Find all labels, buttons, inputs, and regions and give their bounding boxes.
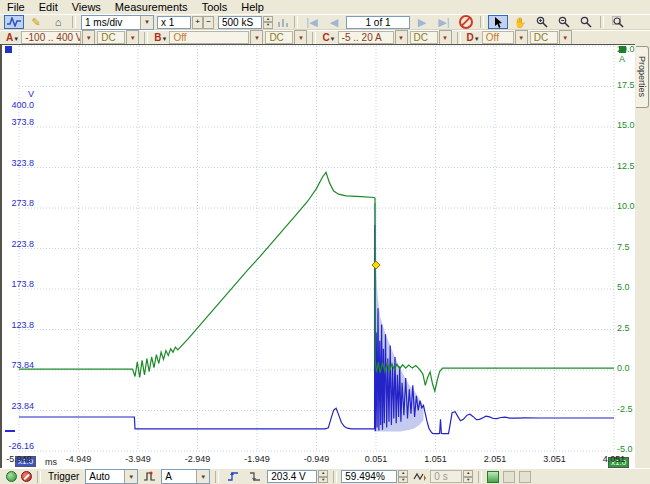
acquire-stop-button[interactable] xyxy=(21,471,32,482)
waveform-icon xyxy=(7,17,21,27)
last-frame-button[interactable]: ▶| xyxy=(434,15,454,29)
chevron-down-icon[interactable]: ▼ xyxy=(82,30,95,45)
chevron-down-icon[interactable]: ▼ xyxy=(294,30,307,45)
pointer-tool-button[interactable] xyxy=(488,15,508,29)
trigger-mode-value: Auto xyxy=(86,471,124,482)
channel-a-corner-marker xyxy=(5,46,12,53)
left-axis-tick: 323.8 xyxy=(2,158,34,168)
hand-icon: ✋ xyxy=(514,17,526,28)
right-axis-tick: 17.5 xyxy=(617,80,635,90)
trigger-settings-icon[interactable] xyxy=(143,471,156,482)
separator xyxy=(294,16,298,28)
trigger-mode-select[interactable]: Auto ▼ xyxy=(85,469,138,484)
menu-item-file[interactable]: File xyxy=(0,1,32,14)
scope-display-button[interactable] xyxy=(4,15,24,29)
channel-c-label[interactable]: C▼ xyxy=(322,32,335,43)
x-axis-tick: 1.051 xyxy=(416,454,456,464)
falling-edge-icon xyxy=(249,471,261,482)
menu-item-edit[interactable]: Edit xyxy=(32,1,65,14)
pan-tool-button[interactable]: ✋ xyxy=(510,15,530,29)
notes-button[interactable]: ✎ xyxy=(26,15,46,29)
channel-a-range-select[interactable]: -100 .. 400 V xyxy=(21,31,81,44)
chevron-down-icon[interactable]: ▼ xyxy=(395,30,408,45)
x-axis-tick: -0.949 xyxy=(297,454,337,464)
trigger-level-field[interactable]: 203.4 V xyxy=(267,470,317,483)
falling-edge-button[interactable] xyxy=(245,470,265,484)
samples-field[interactable]: 500 kS xyxy=(218,16,262,29)
samples-spinner[interactable]: ▲▼ xyxy=(263,16,273,29)
trigger-level-spinner[interactable]: ▲▼ xyxy=(318,470,328,483)
chevron-down-icon[interactable]: ▼ xyxy=(439,30,452,45)
zoom-reset-tool-button[interactable] xyxy=(576,15,596,29)
chevron-down-icon[interactable]: ▼ xyxy=(124,470,137,483)
acquire-start-button[interactable] xyxy=(6,471,17,482)
zoom-out-step-button[interactable]: − xyxy=(203,16,214,29)
time-per-div-select[interactable]: 1 ms/div ▼ xyxy=(81,15,154,30)
scope-plot[interactable] xyxy=(2,45,635,468)
abort-button[interactable] xyxy=(456,15,476,29)
x-axis-tick: -5.949 xyxy=(0,454,39,464)
zoom-out-tool-button[interactable] xyxy=(554,15,574,29)
separator xyxy=(457,32,461,44)
separator xyxy=(215,471,219,483)
trigger-source-select[interactable]: A ▼ xyxy=(161,469,210,484)
trigger-position-field[interactable]: 59.494% xyxy=(341,470,397,483)
next-frame-button[interactable]: ▶ xyxy=(412,15,432,29)
separator xyxy=(144,32,148,44)
channel-b-coupling-select[interactable]: DC xyxy=(265,31,293,44)
chevron-down-icon[interactable]: ▼ xyxy=(559,30,572,45)
side-strip: Properties xyxy=(635,44,650,468)
rising-edge-button[interactable] xyxy=(223,470,243,484)
chevron-down-icon[interactable]: ▼ xyxy=(250,30,263,45)
menu-item-tools[interactable]: Tools xyxy=(195,1,235,14)
trigger-delay-field: 0 s xyxy=(430,470,462,483)
horizontal-zoom-field[interactable]: x 1 xyxy=(157,16,191,29)
channel-c-coupling-select[interactable]: DC xyxy=(410,31,438,44)
channel-a-coupling-select[interactable]: DC xyxy=(97,31,125,44)
left-axis-tick: 173.8 xyxy=(2,279,34,289)
first-frame-button[interactable]: |◀ xyxy=(302,15,322,29)
magnifier-minus-icon xyxy=(558,16,570,28)
separator xyxy=(37,471,41,483)
channel-b-range-select[interactable]: Off xyxy=(169,31,249,44)
chevron-down-icon[interactable]: ▼ xyxy=(140,16,153,29)
channel-a-zero-marker[interactable] xyxy=(5,430,15,432)
x-axis-tick: -4.949 xyxy=(59,454,99,464)
chevron-down-icon[interactable]: ▼ xyxy=(515,30,528,45)
left-axis-max-label: 400.0 xyxy=(2,100,34,110)
menu-item-help[interactable]: Help xyxy=(234,1,271,14)
trigger-position-spinner[interactable]: ▲▼ xyxy=(398,470,408,483)
auto-level-icon[interactable] xyxy=(413,471,426,482)
zoom-window-tool-button[interactable] xyxy=(608,15,628,29)
menu-item-views[interactable]: Views xyxy=(65,1,108,14)
zoom-in-tool-button[interactable] xyxy=(532,15,552,29)
channel-b-label[interactable]: B▼ xyxy=(154,32,167,43)
channel-d-range-select[interactable]: Off xyxy=(482,31,514,44)
chevron-down-icon[interactable]: ▼ xyxy=(126,30,139,45)
home-button[interactable]: ⌂ xyxy=(48,15,68,29)
save-frame-button[interactable] xyxy=(487,471,499,483)
chevron-down-icon[interactable]: ▼ xyxy=(196,470,209,483)
app-window: FileEditViewsMeasurementsToolsHelp ✎ ⌂ 1… xyxy=(0,0,650,484)
frame-counter-field[interactable]: 1 of 1 xyxy=(346,16,410,29)
left-axis-unit: V xyxy=(2,89,34,99)
graph-panel: V 400.0 A x1.0 ms x1.0 373.8323.8273.822… xyxy=(2,45,635,468)
menu-item-measurements[interactable]: Measurements xyxy=(108,1,195,14)
pencil-icon: ✎ xyxy=(31,17,40,28)
magnifier-plus-icon xyxy=(536,16,548,28)
trigger-marker-icon[interactable] xyxy=(372,261,380,269)
right-axis-tick: 2.5 xyxy=(617,323,630,333)
right-axis-tick: 5.0 xyxy=(617,282,630,292)
zoom-in-step-button[interactable]: + xyxy=(192,16,203,29)
left-axis-tick: 223.8 xyxy=(2,239,34,249)
channel-d-label[interactable]: D▼ xyxy=(467,32,480,43)
separator xyxy=(72,16,76,28)
channel-a-label[interactable]: A▼ xyxy=(6,32,19,43)
channel-c-range-select[interactable]: -5 .. 20 A xyxy=(338,31,394,44)
channel-d-coupling-select[interactable]: DC xyxy=(530,31,558,44)
prev-frame-button[interactable]: ◀ xyxy=(324,15,344,29)
left-axis-tick: 123.8 xyxy=(2,320,34,330)
save-all-button xyxy=(503,471,515,483)
tab-properties[interactable]: Properties xyxy=(636,46,649,108)
left-axis-tick: 73.84 xyxy=(2,360,34,370)
